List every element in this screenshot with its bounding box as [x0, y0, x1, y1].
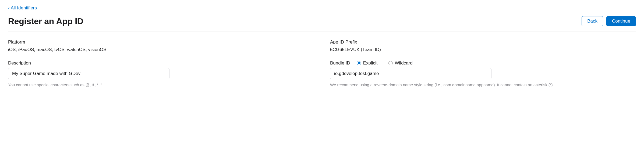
breadcrumb-back-link[interactable]: ‹ All Identifiers [8, 5, 37, 11]
platform-label: Platform [8, 40, 25, 45]
breadcrumb-label: All Identifiers [11, 5, 37, 11]
bundle-id-radio-group: Explicit Wildcard [357, 60, 413, 66]
description-field: Description You cannot use special chara… [8, 60, 314, 88]
continue-button[interactable]: Continue [606, 16, 636, 26]
button-group: Back Continue [582, 16, 636, 26]
radio-circle-icon [357, 61, 361, 65]
app-id-prefix-label: App ID Prefix [330, 40, 357, 45]
page-title: Register an App ID [8, 16, 83, 26]
description-hint: You cannot use special characters such a… [8, 82, 314, 88]
radio-dot-icon [358, 62, 360, 64]
platform-value: iOS, iPadOS, macOS, tvOS, watchOS, visio… [8, 47, 314, 52]
bundle-id-input[interactable] [330, 68, 491, 79]
chevron-left-icon: ‹ [8, 5, 10, 11]
app-id-prefix-value: 5CG65LEVUK (Team ID) [330, 47, 636, 52]
radio-explicit-label: Explicit [363, 60, 378, 66]
bundle-id-hint: We recommend using a reverse-domain name… [330, 82, 636, 88]
bundle-id-field: Bundle ID Explicit Wildcard We recommend… [330, 60, 636, 88]
app-id-prefix-field: App ID Prefix 5CG65LEVUK (Team ID) [330, 40, 636, 52]
form-grid: Platform iOS, iPadOS, macOS, tvOS, watch… [8, 40, 636, 88]
back-button[interactable]: Back [582, 16, 603, 26]
bundle-id-label: Bundle ID [330, 60, 350, 66]
radio-wildcard[interactable]: Wildcard [388, 60, 413, 66]
description-input[interactable] [8, 68, 169, 79]
radio-circle-icon [388, 61, 393, 65]
radio-explicit[interactable]: Explicit [357, 60, 378, 66]
description-label: Description [8, 60, 31, 66]
platform-field: Platform iOS, iPadOS, macOS, tvOS, watch… [8, 40, 314, 52]
header-row: Register an App ID Back Continue [8, 16, 636, 31]
breadcrumb: ‹ All Identifiers [8, 5, 636, 11]
radio-wildcard-label: Wildcard [395, 60, 413, 66]
